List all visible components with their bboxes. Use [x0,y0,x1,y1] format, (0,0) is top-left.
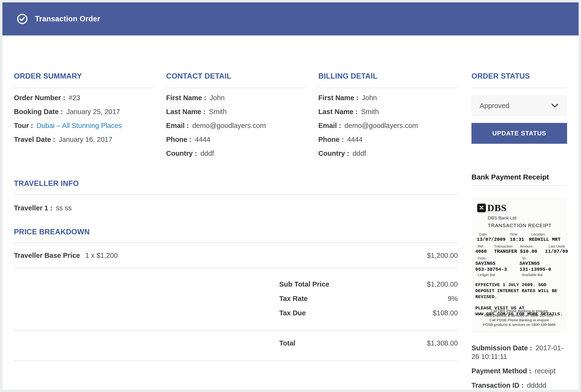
base-price-label: Traveller Base Price [14,251,80,260]
booking-date-label: Booking Date : [14,108,63,115]
receipt-amount-value: $10.00 [520,249,545,254]
receipt-to-account: SAVINGS [520,261,564,266]
total-amount: $1,308.00 [427,339,458,348]
traveller-1-field: Traveller 1 :ss ss [14,204,458,212]
dbs-logo: ✕ DBS [477,202,565,214]
billing-first-name-field: First Name :John [318,93,458,102]
receipt-time-value: 18:31 [510,237,529,242]
base-price-amount: $1,200.00 [427,251,458,260]
contact-country-label: Country : [166,149,197,157]
divider [14,88,154,88]
total-row: Total $1,308.00 [14,331,458,353]
dbs-logo-text: DBS [487,202,507,214]
receipt-ref-value: 4060 [475,249,494,254]
traveller-info-heading: TRAVELLER INFO [14,179,458,188]
contact-email-field: Email :demo@goodlayers.com [166,121,306,130]
booking-date-field: Booking Date :January 25, 2017 [14,107,154,116]
receipt-footer-line-2: DBS products & services on 1800-111-1111… [472,313,567,318]
billing-email-label: Email : [318,122,341,129]
billing-phone-field: Phone :4444 [318,135,458,144]
divider [14,194,458,195]
billing-first-name-label: First Name : [318,94,358,102]
subtotal-amount: $1,200.00 [427,280,458,289]
receipt-notice-1: EFFECTIVE 1 JULY 2009. SGD DEPOSIT INTER… [475,282,565,300]
receipt-ref-label: Ref. [475,244,494,248]
page-header: Transaction Order [2,2,578,35]
submission-date-field: Submission Date :2017-01-26 10:11:11 [472,344,567,361]
contact-detail-heading: CONTACT DETAIL [166,72,306,80]
billing-last-name-value: Smith [361,108,379,115]
contact-first-name-field: First Name :John [166,93,306,102]
billing-first-name-value: John [362,94,377,102]
payment-method-value: receipt [535,367,556,375]
order-summary-section: ORDER SUMMARY Order Number :#23 Booking … [14,72,154,158]
receipt-footer-line-1: Call DBS Phone Banking or enquire [472,309,567,313]
receipt-footer: Call DBS Phone Banking or enquire DBS pr… [472,309,567,327]
order-status-heading: ORDER STATUS [472,72,567,80]
price-line-item: Traveller Base Price 1 x $1,200 $1,200.0… [14,243,458,268]
page-title: Transaction Order [35,15,100,23]
subtotal-row: Sub Total Price $1,200.00 [14,280,458,289]
receipt-from-label: From [475,256,520,260]
travel-date-value: January 16, 2017 [58,136,112,143]
submission-date-label: Submission Date : [472,344,532,352]
divider [472,185,567,186]
order-status-select-wrap: Approved [472,95,567,116]
order-number-value: #23 [68,94,80,102]
travel-date-label: Travel Date : [14,136,55,143]
receipt-footer-line-3: Call POSB Phone Banking or enquire [472,318,567,322]
payment-method-label: Payment Method : [472,367,532,375]
sidebar-panel: ORDER STATUS Approved UPDATE STATUS Bank… [472,72,567,390]
tax-due-row: Tax Due $108.00 [14,309,458,317]
transaction-id-value: ddddd [527,382,546,389]
contact-last-name-field: Last Name :Smith [166,107,306,116]
receipt-ledger-label: Ledger Bal [475,273,520,277]
update-status-button[interactable]: UPDATE STATUS [472,123,567,144]
receipt-title: TRANSACTION RECEIPT [488,223,565,228]
traveller-info-section: TRAVELLER INFO Traveller 1 :ss ss [14,179,458,212]
contact-phone-field: Phone :4444 [166,135,306,144]
receipt-to-label: To [520,256,564,260]
contact-last-name-label: Last Name : [166,108,206,115]
receipt-accounts-row: From To SAVINGS SAVINGS 053-38754-3 131-… [474,256,565,277]
receipt-from-number: 053-38754-3 [475,267,520,272]
receipt-date-value: 13/07/2009 [477,237,510,242]
total-label: Total [279,339,295,348]
divider [472,88,567,88]
tax-due-amount: $108.00 [433,309,458,317]
contact-last-name-value: Smith [209,108,226,115]
receipt-transaction-label: Transaction [494,244,520,248]
contact-email-value: demo@goodlayers.com [192,122,266,129]
receipt-location-label: Location [529,232,564,236]
billing-detail-section: BILLING DETAIL First Name :John Last Nam… [318,72,458,158]
receipt-footer-line-4: POSB products & services on 1800-339-666… [472,322,567,327]
booking-date-value: January 25, 2017 [66,108,120,115]
tour-label: Tour : [14,122,33,129]
contact-phone-label: Phone : [166,136,192,143]
order-status-select[interactable]: Approved [472,95,567,116]
receipt-time-label: Time [510,232,529,236]
divider [318,88,458,88]
billing-last-name-label: Last Name : [318,108,358,115]
transaction-order-page: Transaction Order ORDER SUMMARY Order Nu… [2,2,578,390]
receipt-available-label: Available Bal [520,273,564,277]
receipt-location-value: REDHILL MRT [529,237,564,242]
tour-link[interactable]: Dubai – All Stunning Places [36,122,122,129]
billing-email-field: Email :demo@goodlayers.com [318,121,458,130]
receipt-last-used-value: 11/07/09 [545,249,565,254]
price-summary: Sub Total Price $1,200.00 Tax Rate 9% Ta… [14,280,458,317]
contact-phone-value: 4444 [195,136,210,143]
receipt-amount-label: Amount [520,244,545,248]
traveller-1-value: ss ss [56,204,72,212]
receipt-to-number: 131-13995-0 [520,267,564,272]
billing-phone-value: 4444 [347,136,363,143]
divider [166,88,306,88]
tax-due-label: Tax Due [279,309,306,317]
dbs-logo-icon: ✕ [477,204,486,212]
billing-phone-label: Phone : [318,136,344,143]
receipt-transaction-value: TRANSFER [494,249,520,254]
billing-country-field: Country :dddf [318,149,458,158]
receipt-ref-row: Ref. Transaction Amount Last Used 4060 T… [474,244,565,254]
receipt-date-label: Date [477,232,510,236]
tax-rate-label: Tax Rate [279,294,308,303]
